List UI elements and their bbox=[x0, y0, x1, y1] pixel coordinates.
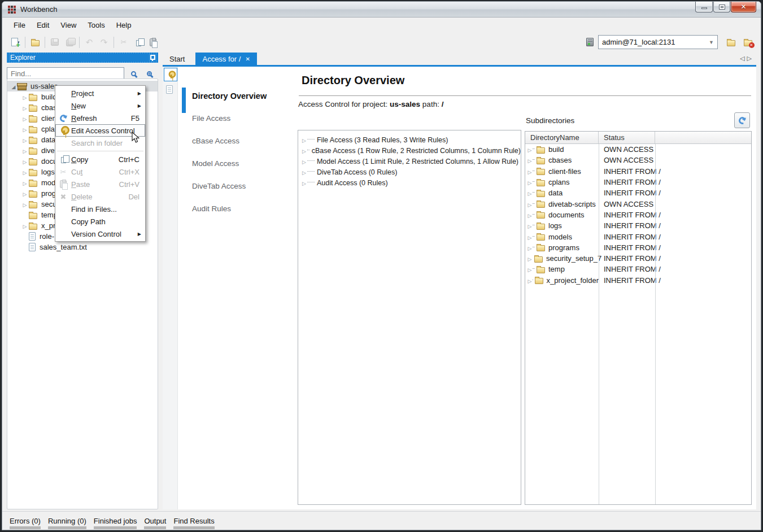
nav-item-directory-overview[interactable]: Directory Overview bbox=[192, 91, 267, 101]
expander-collapsed-icon[interactable] bbox=[527, 167, 533, 176]
context-menu-item-refresh[interactable]: RefreshF5 bbox=[55, 112, 145, 124]
expander-collapsed-icon[interactable] bbox=[21, 136, 29, 144]
expander-collapsed-icon[interactable] bbox=[302, 147, 306, 155]
table-row-divetab-scripts[interactable]: divetab-scriptsOWN ACCESS bbox=[525, 198, 751, 209]
expander-collapsed-icon[interactable] bbox=[527, 233, 533, 241]
column-header-status[interactable]: Status bbox=[599, 132, 655, 143]
tab-access-for[interactable]: Access for /✕ bbox=[195, 53, 256, 65]
expander-collapsed-icon[interactable] bbox=[302, 136, 306, 144]
close-tab-icon[interactable]: ✕ bbox=[245, 56, 250, 62]
table-row-temp[interactable]: tempINHERIT FROM / bbox=[525, 264, 751, 274]
rules-item-model-access[interactable]: Model Access (1 Limit Rule, 2 Restricted… bbox=[302, 156, 521, 167]
find-input[interactable] bbox=[7, 67, 124, 80]
tab-bar: StartAccess for /✕ bbox=[163, 53, 756, 65]
expander-collapsed-icon[interactable] bbox=[527, 156, 533, 164]
minimize-button[interactable] bbox=[695, 2, 713, 12]
menu-view[interactable]: View bbox=[55, 19, 82, 31]
rules-item-divetab-access[interactable]: DiveTab Access (0 Rules) bbox=[302, 167, 521, 177]
table-row-x-project-folder[interactable]: x_project_folderINHERIT FROM / bbox=[525, 275, 751, 286]
expander-collapsed-icon[interactable] bbox=[527, 211, 533, 219]
copy-button[interactable] bbox=[131, 35, 146, 50]
expander-collapsed-icon[interactable] bbox=[527, 276, 533, 285]
tree-item-sales-team-txt[interactable]: sales_team.txt bbox=[7, 242, 158, 252]
table-row-client-files[interactable]: client-filesINHERIT FROM / bbox=[525, 166, 751, 177]
connect-folder-button[interactable] bbox=[723, 35, 738, 50]
expander-collapsed-icon[interactable] bbox=[527, 200, 533, 208]
table-row-documents[interactable]: documentsINHERIT FROM / bbox=[525, 210, 751, 220]
menu-help[interactable]: Help bbox=[111, 19, 137, 31]
expander-collapsed-icon[interactable] bbox=[21, 125, 29, 133]
expander-collapsed-icon[interactable] bbox=[527, 221, 533, 230]
nav-item-divetab-access[interactable]: DiveTab Access bbox=[192, 182, 246, 190]
menu-file[interactable]: File bbox=[8, 19, 31, 31]
chevron-down-icon[interactable]: ▼ bbox=[709, 40, 714, 45]
tab-start[interactable]: Start bbox=[163, 53, 191, 65]
expander-collapsed-icon[interactable] bbox=[302, 179, 306, 187]
expander-collapsed-icon[interactable] bbox=[21, 114, 29, 123]
expander-collapsed-icon[interactable] bbox=[21, 168, 29, 176]
table-row-logs[interactable]: logsINHERIT FROM / bbox=[525, 220, 751, 231]
connection-combobox[interactable]: admin@71_local:2131 ▼ bbox=[598, 35, 718, 49]
open-folder-button[interactable] bbox=[28, 35, 42, 50]
tab-scroll-arrows[interactable]: ◁▷ bbox=[740, 55, 754, 62]
expander-collapsed-icon[interactable] bbox=[21, 200, 29, 208]
table-row-security-setup-7[interactable]: security_setup_7INHERIT FROM / bbox=[525, 253, 751, 264]
expander-collapsed-icon[interactable] bbox=[527, 189, 533, 197]
status-tab-errors-0[interactable]: Errors (0) bbox=[10, 517, 41, 530]
table-row-models[interactable]: modelsINHERIT FROM / bbox=[525, 231, 751, 242]
nav-item-model-access[interactable]: Model Access bbox=[192, 159, 239, 168]
table-row-data[interactable]: dataINHERIT FROM / bbox=[525, 187, 751, 198]
expander-collapsed-icon[interactable] bbox=[527, 145, 533, 154]
directory-name-cell: documents bbox=[525, 211, 599, 219]
rules-item-cbase-access[interactable]: cBase Access (1 Row Rule, 2 Restricted C… bbox=[302, 145, 521, 156]
expander-collapsed-icon[interactable] bbox=[21, 103, 29, 112]
status-cell: INHERIT FROM / bbox=[599, 221, 655, 230]
nav-item-cbase-access[interactable]: cBase Access bbox=[192, 137, 239, 145]
column-header-directoryname[interactable]: DirectoryName bbox=[525, 132, 599, 143]
expander-collapsed-icon[interactable] bbox=[302, 168, 306, 176]
close-button[interactable]: ✕ bbox=[731, 2, 756, 12]
expander-collapsed-icon[interactable] bbox=[21, 93, 29, 101]
expander-collapsed-icon[interactable] bbox=[527, 243, 533, 252]
refresh-subdirectories-button[interactable] bbox=[734, 112, 750, 128]
expander-expanded-icon[interactable] bbox=[10, 82, 18, 90]
expander-collapsed-icon[interactable] bbox=[527, 265, 533, 273]
expander-collapsed-icon[interactable] bbox=[302, 158, 306, 165]
table-row-cbases[interactable]: cbasesOWN ACCESS bbox=[525, 155, 751, 165]
context-menu-item-find-in-files[interactable]: Find in Files... bbox=[55, 203, 145, 215]
maximize-button[interactable] bbox=[713, 2, 730, 12]
column-header-empty[interactable] bbox=[655, 132, 751, 143]
context-menu-item-version-control[interactable]: Version Control▶ bbox=[55, 228, 145, 240]
nav-item-file-access[interactable]: File Access bbox=[192, 114, 230, 123]
context-menu-item-project[interactable]: Project▶ bbox=[55, 87, 145, 99]
table-row-programs[interactable]: programsINHERIT FROM / bbox=[525, 242, 751, 253]
expander-collapsed-icon[interactable] bbox=[527, 254, 533, 263]
access-control-tool-button[interactable] bbox=[164, 68, 177, 81]
paste-button[interactable] bbox=[146, 35, 160, 50]
table-row-cplans[interactable]: cplansINHERIT FROM / bbox=[525, 177, 751, 187]
expander-collapsed-icon[interactable] bbox=[21, 189, 29, 198]
title-bar[interactable]: Workbench ✕ bbox=[2, 2, 761, 18]
status-tab-output[interactable]: Output bbox=[144, 517, 166, 530]
menu-edit[interactable]: Edit bbox=[31, 19, 55, 31]
report-icon[interactable] bbox=[166, 85, 173, 94]
rules-item-audit-access[interactable]: Audit Access (0 Rules) bbox=[302, 177, 521, 188]
status-tab-running-0[interactable]: Running (0) bbox=[48, 517, 86, 530]
table-row-build[interactable]: buildOWN ACCESS bbox=[525, 144, 751, 155]
nav-item-audit-rules[interactable]: Audit Rules bbox=[192, 204, 231, 213]
expander-collapsed-icon[interactable] bbox=[527, 178, 533, 186]
expander-collapsed-icon[interactable] bbox=[21, 178, 29, 187]
rules-item-file-access[interactable]: File Access (3 Read Rules, 3 Write Rules… bbox=[302, 134, 521, 145]
expander-collapsed-icon[interactable] bbox=[21, 157, 29, 165]
status-tab-finished-jobs[interactable]: Finished jobs bbox=[94, 517, 137, 530]
menu-tools[interactable]: Tools bbox=[82, 19, 110, 31]
expander-collapsed-icon[interactable] bbox=[21, 146, 29, 155]
expander-collapsed-icon[interactable] bbox=[21, 221, 29, 230]
new-document-button[interactable]: ▾ bbox=[8, 35, 23, 50]
context-menu-item-new[interactable]: New▶ bbox=[55, 99, 145, 112]
pin-icon[interactable] bbox=[149, 54, 155, 62]
context-menu-item-copy-path[interactable]: Copy Path bbox=[55, 215, 145, 228]
disconnect-folder-button[interactable] bbox=[740, 35, 755, 50]
context-menu-item-copy[interactable]: CopyCtrl+C bbox=[55, 153, 145, 165]
status-tab-find-results[interactable]: Find Results bbox=[173, 517, 214, 530]
